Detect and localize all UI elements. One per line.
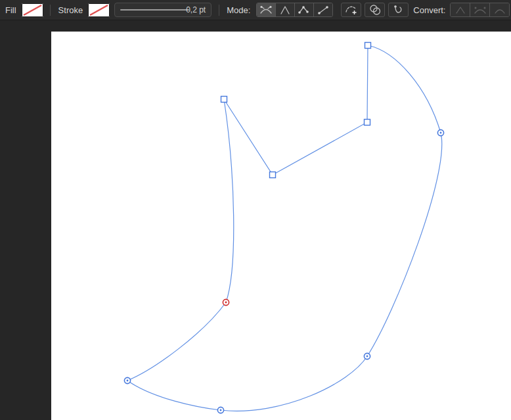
- polygon-mode-icon: [296, 4, 312, 16]
- document-page[interactable]: [51, 32, 511, 420]
- pen-mode-line-button[interactable]: [314, 3, 332, 16]
- stroke-width-value: 0,2 pt: [186, 5, 206, 14]
- pen-mode-polygon-button[interactable]: [295, 3, 314, 16]
- convert-to-smart-button[interactable]: [470, 3, 490, 16]
- add-new-curve-button[interactable]: [341, 3, 361, 17]
- vector-editor-window: { "toolbar": { "fill_label": "Fill", "st…: [0, 0, 511, 420]
- convert-label: Convert:: [413, 5, 445, 15]
- add-new-curve-icon: [344, 3, 359, 16]
- sharp-angle-icon: [277, 4, 293, 16]
- pen-mode-group: [256, 3, 333, 17]
- slider-track[interactable]: [120, 9, 189, 11]
- stroke-label: Stroke: [58, 5, 83, 15]
- reverse-curve-icon: [391, 3, 407, 16]
- smart-mode-icon: [258, 4, 274, 16]
- fill-swatch[interactable]: [22, 3, 43, 17]
- convert-to-sharp-button[interactable]: [451, 3, 470, 16]
- pen-mode-smart-button[interactable]: [257, 3, 276, 16]
- mode-label: Mode:: [227, 5, 250, 15]
- stroke-swatch[interactable]: [88, 3, 110, 17]
- toolbar-separator: [50, 5, 51, 16]
- convert-to-smooth-button[interactable]: [490, 3, 509, 16]
- pen-mode-smooth-button[interactable]: [276, 3, 295, 16]
- none-fill-icon: [22, 3, 43, 17]
- line-mode-icon: [315, 4, 331, 16]
- fill-label: Fill: [5, 5, 16, 15]
- stroke-width-slider[interactable]: 0,2 pt: [114, 3, 211, 17]
- convert-sharp-icon: [453, 4, 468, 16]
- reverse-curves-button[interactable]: [388, 3, 409, 17]
- edit-all-layers-button[interactable]: [365, 3, 385, 17]
- convert-smooth-icon: [492, 4, 508, 16]
- overlapping-circles-icon: [367, 3, 383, 16]
- none-stroke-icon: [88, 3, 110, 17]
- convert-group: [450, 3, 510, 17]
- context-toolbar: Fill Stroke 0,2 pt Mode:: [0, 0, 511, 20]
- toolbar-separator: [219, 5, 219, 16]
- convert-smart-icon: [472, 4, 488, 16]
